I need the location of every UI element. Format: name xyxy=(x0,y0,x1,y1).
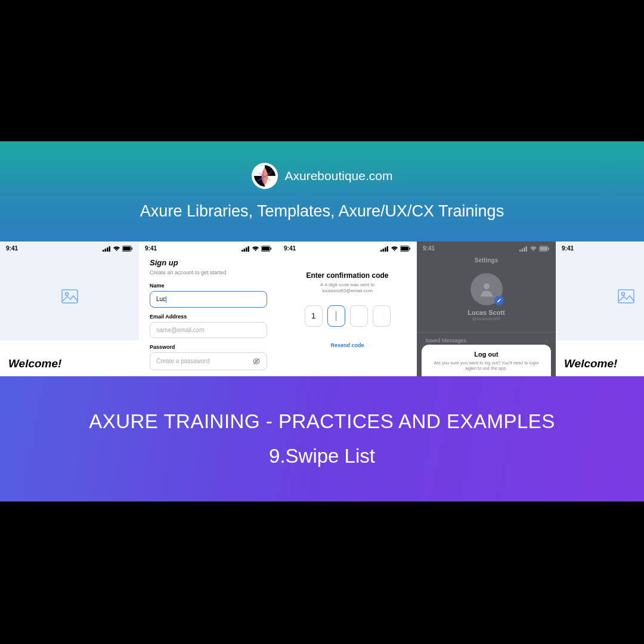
status-time: 9:41 xyxy=(562,245,574,252)
status-bar: 9:41 xyxy=(417,245,556,252)
welcome-panel: Welcome! xyxy=(556,340,644,376)
profile-handle: @lucasscott3 xyxy=(417,316,556,321)
svg-rect-15 xyxy=(262,246,270,250)
svg-rect-10 xyxy=(242,250,243,252)
eye-off-icon[interactable] xyxy=(252,357,261,366)
svg-rect-31 xyxy=(526,246,528,252)
logout-title: Log out xyxy=(431,351,541,358)
confirm-title: Enter confirmation code xyxy=(287,271,407,280)
signup-subtitle: Create an account to get started xyxy=(150,270,267,275)
phone-settings: 9:41 Settings Lucas Scott @lucasscott3 S… xyxy=(417,242,556,376)
status-icons xyxy=(103,246,133,252)
svg-rect-6 xyxy=(123,246,131,250)
welcome-title: Welcome! xyxy=(8,357,131,370)
wifi-icon xyxy=(113,246,120,252)
logout-subtitle: Are you sure you want to log out? You'll… xyxy=(431,360,541,372)
svg-rect-29 xyxy=(522,249,524,252)
training-subtitle: 9.Swipe List xyxy=(269,445,375,467)
code-cell-1[interactable]: 1 xyxy=(305,305,323,327)
svg-point-9 xyxy=(65,293,68,296)
email-label: Email Address xyxy=(150,314,267,320)
logo-icon xyxy=(252,163,278,189)
signup-title: Sign up xyxy=(150,258,267,267)
status-icons xyxy=(519,246,550,252)
email-input[interactable]: name@email.com xyxy=(150,322,267,338)
chevron-right-icon: › xyxy=(546,338,547,343)
phone-confirmation: 9:41 Enter confirmation code A 4-digit c… xyxy=(278,242,417,376)
signal-icon xyxy=(380,246,389,252)
svg-rect-4 xyxy=(109,246,111,252)
wifi-icon xyxy=(391,246,398,252)
svg-rect-36 xyxy=(618,290,634,303)
svg-rect-24 xyxy=(387,246,389,252)
svg-rect-7 xyxy=(132,247,133,250)
welcome-panel: Welcome! xyxy=(0,340,139,376)
welcome-title: Welcome! xyxy=(564,357,636,370)
phone-welcome-right: 9:41 Welcome! xyxy=(556,242,644,376)
svg-rect-33 xyxy=(540,246,547,250)
battery-icon xyxy=(122,246,133,252)
status-icons xyxy=(380,246,411,252)
avatar-edit-icon[interactable] xyxy=(494,296,504,305)
status-bar: 9:41 xyxy=(139,245,278,252)
tagline: Axure Libraries, Templates, Axure/UX/CX … xyxy=(140,202,504,221)
wifi-icon xyxy=(252,246,259,252)
battery-icon xyxy=(400,246,411,252)
svg-rect-11 xyxy=(244,249,246,252)
svg-point-37 xyxy=(622,293,625,296)
svg-rect-12 xyxy=(246,247,247,252)
svg-rect-13 xyxy=(248,246,250,252)
svg-rect-27 xyxy=(410,247,411,250)
logout-sheet: Log out Are you sure you want to log out… xyxy=(422,345,551,377)
svg-rect-16 xyxy=(271,247,272,250)
password-input[interactable]: Create a passaword xyxy=(150,352,267,370)
status-time: 9:41 xyxy=(423,245,435,252)
code-cell-3[interactable] xyxy=(350,305,368,327)
code-input-row: 1 xyxy=(287,305,407,327)
profile-name: Lucas Scott xyxy=(417,309,556,316)
code-cell-4[interactable] xyxy=(373,305,391,327)
svg-rect-1 xyxy=(103,250,104,252)
screenshots-strip: 9:41 Welcome! 9:41 Sign up Create an xyxy=(0,242,644,376)
logo-row: Axureboutique.com xyxy=(252,163,393,189)
status-bar: 9:41 xyxy=(278,245,417,252)
site-name: Axureboutique.com xyxy=(285,169,393,183)
image-placeholder-icon xyxy=(618,289,634,304)
settings-title: Settings xyxy=(417,257,556,264)
svg-rect-28 xyxy=(519,250,521,252)
top-banner: Axureboutique.com Axure Libraries, Templ… xyxy=(0,141,644,242)
name-input[interactable]: Luc xyxy=(150,291,267,308)
svg-rect-3 xyxy=(107,247,109,252)
phone-signup: 9:41 Sign up Create an account to get st… xyxy=(139,242,278,376)
status-time: 9:41 xyxy=(284,245,296,252)
resend-link[interactable]: Resend code xyxy=(287,342,407,348)
status-time: 9:41 xyxy=(6,245,18,252)
signal-icon xyxy=(242,246,250,252)
svg-rect-22 xyxy=(383,249,385,252)
confirm-subtitle: A 4-digit code was sent to lucasscott3@e… xyxy=(287,282,407,295)
status-bar: 9:41 xyxy=(556,245,644,252)
status-icons xyxy=(242,246,272,252)
status-bar: 9:41 xyxy=(0,245,139,252)
svg-rect-23 xyxy=(385,247,386,252)
signal-icon xyxy=(103,246,111,252)
svg-rect-2 xyxy=(105,249,107,252)
svg-rect-26 xyxy=(401,246,408,250)
phone-welcome-left: 9:41 Welcome! xyxy=(0,242,139,376)
password-label: Password xyxy=(150,344,267,350)
name-label: Name xyxy=(150,283,267,289)
svg-point-35 xyxy=(484,283,490,289)
avatar xyxy=(470,273,503,305)
bottom-banner: AXURE TRAINING - PRACTICES AND EXAMPLES … xyxy=(0,376,644,501)
battery-icon xyxy=(539,246,550,252)
training-title: AXURE TRAINING - PRACTICES AND EXAMPLES xyxy=(89,410,555,433)
svg-rect-8 xyxy=(62,290,78,303)
signal-icon xyxy=(519,246,528,252)
status-time: 9:41 xyxy=(145,245,157,252)
image-placeholder-icon xyxy=(61,289,78,304)
svg-rect-34 xyxy=(549,247,550,250)
code-cell-2[interactable] xyxy=(327,305,345,327)
svg-rect-21 xyxy=(380,250,382,252)
battery-icon xyxy=(261,246,272,252)
wifi-icon xyxy=(530,246,537,252)
